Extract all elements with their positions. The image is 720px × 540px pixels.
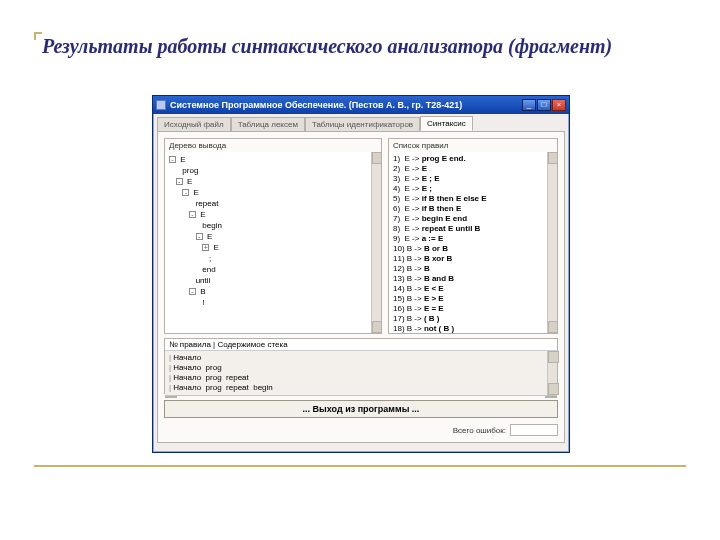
- rule-row[interactable]: 1) E -> prog E end.: [393, 154, 553, 164]
- rules-title: Список правил: [389, 139, 557, 152]
- maximize-button[interactable]: □: [537, 99, 551, 111]
- tree-row[interactable]: repeat: [169, 198, 377, 209]
- window-title: Системное Программное Обеспечение. (Пест…: [170, 100, 522, 110]
- slide-footer-rule: [34, 465, 686, 467]
- tree-row[interactable]: + E: [169, 242, 377, 253]
- rule-row[interactable]: 7) E -> begin E end: [393, 214, 553, 224]
- rule-row[interactable]: 6) E -> if B then E: [393, 204, 553, 214]
- errors-label: Всего ошибок:: [453, 426, 506, 435]
- rule-row[interactable]: 14) B -> E < E: [393, 284, 553, 294]
- parse-tree-body[interactable]: - E prog - E - E repeat - E begin - E + …: [165, 152, 381, 333]
- tree-row[interactable]: begin: [169, 220, 377, 231]
- rule-row[interactable]: 5) E -> if B then E else E: [393, 194, 553, 204]
- tree-row[interactable]: - E: [169, 187, 377, 198]
- rule-row[interactable]: 17) B -> ( B ): [393, 314, 553, 324]
- tree-row[interactable]: - E: [169, 209, 377, 220]
- stack-row[interactable]: | Начало: [169, 353, 553, 363]
- stack-panel: № правила | Содержимое стека | Начало| Н…: [164, 338, 558, 394]
- rules-scrollbar[interactable]: [547, 152, 557, 333]
- app-icon: [156, 100, 166, 110]
- tab-2[interactable]: Таблицы идентификаторов: [305, 117, 420, 131]
- errors-count-field: [510, 424, 558, 436]
- minimize-button[interactable]: _: [522, 99, 536, 111]
- rule-row[interactable]: 9) E -> a := E: [393, 234, 553, 244]
- tree-row[interactable]: end: [169, 264, 377, 275]
- tab-3[interactable]: Синтаксис: [420, 116, 473, 131]
- tree-row[interactable]: - E: [169, 176, 377, 187]
- stack-hscrollbar[interactable]: [165, 395, 557, 396]
- rule-row[interactable]: 8) E -> repeat E until B: [393, 224, 553, 234]
- tab-1[interactable]: Таблица лексем: [231, 117, 305, 131]
- rule-row[interactable]: 13) B -> B and B: [393, 274, 553, 284]
- tree-row[interactable]: until: [169, 275, 377, 286]
- rules-body[interactable]: 1) E -> prog E end.2) E -> E3) E -> E ; …: [389, 152, 557, 333]
- rule-row[interactable]: 11) B -> B xor B: [393, 254, 553, 264]
- rule-row[interactable]: 10) B -> B or B: [393, 244, 553, 254]
- rule-row[interactable]: 15) B -> E > E: [393, 294, 553, 304]
- stack-header: № правила | Содержимое стека: [165, 339, 557, 350]
- stack-vscrollbar[interactable]: [547, 351, 557, 395]
- app-window: Системное Программное Обеспечение. (Пест…: [152, 95, 570, 453]
- tree-row[interactable]: - E: [169, 231, 377, 242]
- tab-bar: Исходный файлТаблица лексемТаблицы идент…: [153, 114, 569, 131]
- rule-row[interactable]: 4) E -> E ;: [393, 184, 553, 194]
- titlebar[interactable]: Системное Программное Обеспечение. (Пест…: [153, 96, 569, 114]
- tree-row[interactable]: prog: [169, 165, 377, 176]
- rule-row[interactable]: 18) B -> not ( B ): [393, 324, 553, 333]
- rule-row[interactable]: 16) B -> E = E: [393, 304, 553, 314]
- tree-row[interactable]: !: [169, 297, 377, 308]
- rule-row[interactable]: 2) E -> E: [393, 164, 553, 174]
- stack-row[interactable]: | Начало prog: [169, 363, 553, 373]
- parse-tree-title: Дерево вывода: [165, 139, 381, 152]
- slide-title: Результаты работы синтаксического анализ…: [42, 34, 686, 58]
- tab-0[interactable]: Исходный файл: [157, 117, 231, 131]
- stack-row[interactable]: | Начало prog repeat: [169, 373, 553, 383]
- stack-row[interactable]: | Начало prog repeat begin: [169, 383, 553, 393]
- rule-row[interactable]: 3) E -> E ; E: [393, 174, 553, 184]
- parse-tree-panel: Дерево вывода - E prog - E - E repeat - …: [164, 138, 382, 334]
- stack-body[interactable]: | Начало| Начало prog| Начало prog repea…: [165, 350, 557, 395]
- rule-row[interactable]: 12) B -> B: [393, 264, 553, 274]
- rules-panel: Список правил 1) E -> prog E end.2) E ->…: [388, 138, 558, 334]
- tree-row[interactable]: - B: [169, 286, 377, 297]
- client-area: Дерево вывода - E prog - E - E repeat - …: [157, 131, 565, 443]
- close-button[interactable]: ×: [552, 99, 566, 111]
- slide-corner-ornament: [34, 32, 42, 40]
- tree-row[interactable]: - E: [169, 154, 377, 165]
- exit-button[interactable]: ... Выход из программы ...: [164, 400, 558, 418]
- tree-row[interactable]: ;: [169, 253, 377, 264]
- tree-scrollbar[interactable]: [371, 152, 381, 333]
